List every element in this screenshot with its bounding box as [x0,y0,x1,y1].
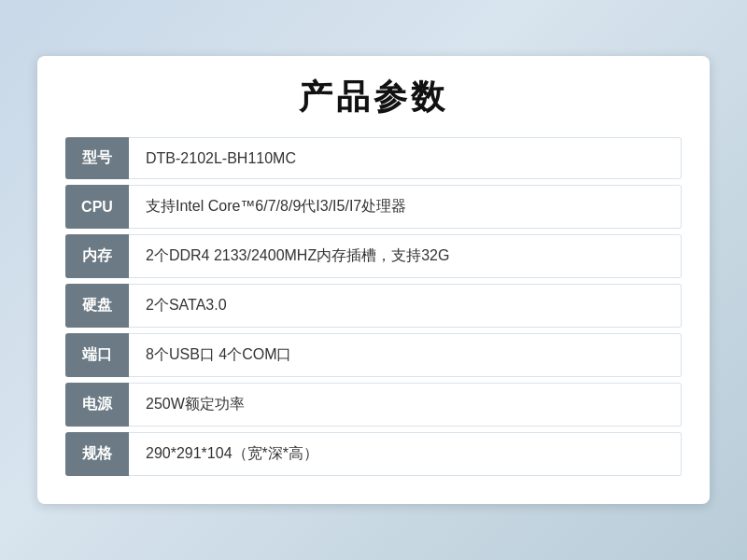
spec-value-2: 2个DDR4 2133/2400MHZ内存插槽，支持32G [129,234,682,278]
spec-table: 型号DTB-2102L-BH110MCCPU支持Intel Core™6/7/8… [65,137,682,476]
spec-label-4: 端口 [65,333,129,377]
spec-label-2: 内存 [65,234,129,278]
spec-label-1: CPU [65,185,129,229]
spec-value-1: 支持Intel Core™6/7/8/9代I3/I5/I7处理器 [129,185,682,229]
spec-value-0: DTB-2102L-BH110MC [129,137,682,179]
table-row: CPU支持Intel Core™6/7/8/9代I3/I5/I7处理器 [65,185,682,229]
spec-value-5: 250W额定功率 [129,383,682,427]
spec-value-6: 290*291*104（宽*深*高） [129,432,682,476]
spec-label-0: 型号 [65,137,129,179]
page-title: 产品参数 [65,75,682,120]
table-row: 端口8个USB口 4个COM口 [65,333,682,377]
table-row: 电源250W额定功率 [65,383,682,427]
spec-label-3: 硬盘 [65,284,129,328]
table-row: 内存2个DDR4 2133/2400MHZ内存插槽，支持32G [65,234,682,278]
product-spec-card: 产品参数 型号DTB-2102L-BH110MCCPU支持Intel Core™… [37,56,710,504]
spec-value-3: 2个SATA3.0 [129,284,682,328]
spec-label-5: 电源 [65,383,129,427]
spec-label-6: 规格 [65,432,129,476]
table-row: 规格290*291*104（宽*深*高） [65,432,682,476]
table-row: 硬盘2个SATA3.0 [65,284,682,328]
table-row: 型号DTB-2102L-BH110MC [65,137,682,179]
spec-value-4: 8个USB口 4个COM口 [129,333,682,377]
